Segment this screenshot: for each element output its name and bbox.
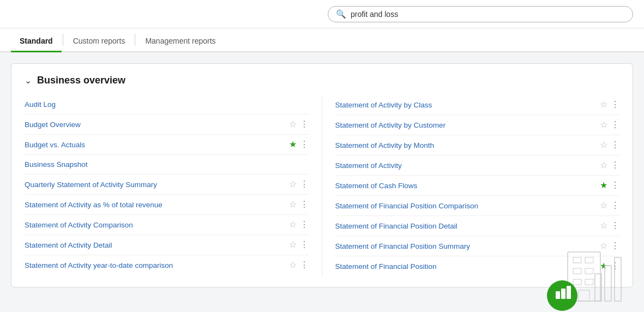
- report-actions: ☆⋮: [289, 200, 309, 209]
- section-title: Business overview: [37, 75, 125, 86]
- tab-custom-reports[interactable]: Custom reports: [64, 31, 134, 52]
- right-column: Statement of Activity by Class☆⋮Statemen…: [322, 95, 620, 276]
- star-icon[interactable]: ☆: [289, 241, 297, 249]
- report-item[interactable]: Statement of Financial Position Comparis…: [335, 196, 620, 216]
- report-item[interactable]: Statement of Activity by Customer☆⋮: [335, 115, 620, 135]
- report-item[interactable]: Statement of Activity Detail☆⋮: [25, 235, 309, 255]
- search-input[interactable]: [351, 10, 625, 19]
- tab-divider-1: [63, 34, 63, 46]
- report-name[interactable]: Statement of Activity year-to-date compa…: [25, 261, 285, 269]
- more-icon[interactable]: ⋮: [611, 181, 619, 190]
- report-item[interactable]: Statement of Financial Position Summary☆…: [335, 236, 620, 256]
- report-item[interactable]: Budget vs. Actuals★⋮: [25, 135, 309, 155]
- star-icon[interactable]: ★: [600, 181, 607, 190]
- report-item[interactable]: Statement of Financial Position★⋮: [335, 256, 620, 276]
- more-icon[interactable]: ⋮: [300, 241, 309, 249]
- report-actions: ★⋮: [600, 181, 619, 190]
- main-content: ⌄ Business overview Audit LogBudget Over…: [0, 52, 644, 298]
- report-name[interactable]: Statement of Activity by Class: [335, 101, 596, 109]
- star-icon[interactable]: ☆: [289, 220, 297, 229]
- report-name[interactable]: Statement of Financial Position Summary: [335, 242, 596, 250]
- report-name[interactable]: Statement of Financial Position: [335, 262, 596, 271]
- more-icon[interactable]: ⋮: [611, 221, 619, 230]
- report-name[interactable]: Statement of Financial Position Detail: [335, 222, 596, 230]
- report-item[interactable]: Statement of Activity year-to-date compa…: [25, 255, 309, 275]
- report-item[interactable]: Budget Overview☆⋮: [25, 115, 309, 135]
- report-name[interactable]: Quarterly Statement of Activity Summary: [25, 181, 285, 189]
- report-item[interactable]: Statement of Activity by Month☆⋮: [335, 135, 620, 155]
- report-item[interactable]: Statement of Activity by Class☆⋮: [335, 95, 620, 115]
- chevron-down-icon: ⌄: [25, 75, 32, 86]
- report-name[interactable]: Statement of Activity Comparison: [25, 221, 285, 229]
- report-name[interactable]: Statement of Cash Flows: [335, 182, 596, 190]
- tabs-bar: Standard Custom reports Management repor…: [0, 28, 644, 52]
- star-icon[interactable]: ☆: [600, 141, 607, 149]
- report-actions: ☆⋮: [600, 201, 619, 210]
- star-icon[interactable]: ☆: [289, 261, 297, 269]
- star-icon[interactable]: ★: [289, 140, 297, 149]
- more-icon[interactable]: ⋮: [611, 262, 619, 271]
- more-icon[interactable]: ⋮: [300, 180, 309, 189]
- star-icon[interactable]: ☆: [600, 221, 607, 230]
- report-actions: ☆⋮: [600, 121, 619, 129]
- report-actions: ☆⋮: [600, 161, 619, 170]
- report-actions: ☆⋮: [600, 100, 619, 109]
- more-icon[interactable]: ⋮: [300, 200, 309, 209]
- star-icon[interactable]: ☆: [600, 201, 607, 210]
- more-icon[interactable]: ⋮: [300, 120, 309, 129]
- star-icon[interactable]: ☆: [289, 180, 297, 189]
- report-item[interactable]: Statement of Cash Flows★⋮: [335, 176, 620, 196]
- report-name[interactable]: Statement of Activity by Month: [335, 141, 596, 149]
- report-name[interactable]: Statement of Financial Position Comparis…: [335, 202, 596, 210]
- more-icon[interactable]: ⋮: [611, 141, 619, 149]
- more-icon[interactable]: ⋮: [611, 121, 619, 129]
- star-icon[interactable]: ☆: [600, 100, 607, 109]
- report-item[interactable]: Statement of Activity Comparison☆⋮: [25, 215, 309, 235]
- report-name[interactable]: Budget Overview: [25, 121, 285, 129]
- more-icon[interactable]: ⋮: [300, 220, 309, 229]
- report-actions: ☆⋮: [289, 261, 309, 269]
- tab-management-reports[interactable]: Management reports: [136, 31, 224, 52]
- section-header[interactable]: ⌄ Business overview: [25, 75, 619, 86]
- report-actions: ☆⋮: [600, 242, 619, 250]
- section-card: ⌄ Business overview Audit LogBudget Over…: [11, 63, 633, 287]
- report-item[interactable]: Business Snapshot: [25, 155, 309, 175]
- report-name[interactable]: Statement of Activity: [335, 161, 596, 170]
- report-actions: ☆⋮: [289, 180, 309, 189]
- star-icon[interactable]: ☆: [289, 120, 297, 129]
- report-name[interactable]: Statement of Activity Detail: [25, 241, 285, 249]
- report-name[interactable]: Budget vs. Actuals: [25, 141, 285, 149]
- tab-divider-2: [135, 34, 135, 46]
- report-name[interactable]: Audit Log: [25, 100, 282, 109]
- report-actions: ☆⋮: [600, 221, 619, 230]
- more-icon[interactable]: ⋮: [611, 100, 619, 109]
- tab-standard[interactable]: Standard: [11, 31, 62, 52]
- more-icon[interactable]: ⋮: [611, 242, 619, 250]
- left-column: Audit LogBudget Overview☆⋮Budget vs. Act…: [25, 95, 322, 276]
- more-icon[interactable]: ⋮: [611, 201, 619, 210]
- search-icon: 🔍: [336, 9, 346, 19]
- search-container: 🔍: [328, 6, 633, 22]
- star-icon[interactable]: ☆: [289, 200, 297, 209]
- report-actions: ☆⋮: [600, 141, 619, 149]
- report-item[interactable]: Statement of Financial Position Detail☆⋮: [335, 216, 620, 236]
- report-actions: ★⋮: [600, 262, 619, 271]
- report-actions: ★⋮: [289, 140, 309, 149]
- report-actions: ☆⋮: [289, 220, 309, 229]
- report-item[interactable]: Statement of Activity as % of total reve…: [25, 195, 309, 215]
- star-icon[interactable]: ★: [600, 262, 607, 271]
- more-icon[interactable]: ⋮: [300, 261, 309, 269]
- report-item[interactable]: Statement of Activity☆⋮: [335, 155, 620, 176]
- star-icon[interactable]: ☆: [600, 121, 607, 129]
- reports-grid: Audit LogBudget Overview☆⋮Budget vs. Act…: [25, 95, 619, 276]
- report-name[interactable]: Statement of Activity as % of total reve…: [25, 201, 285, 209]
- report-name[interactable]: Statement of Activity by Customer: [335, 121, 596, 129]
- star-icon[interactable]: ☆: [600, 161, 607, 170]
- star-icon[interactable]: ☆: [600, 242, 607, 250]
- report-item[interactable]: Audit Log: [25, 95, 309, 115]
- report-name[interactable]: Business Snapshot: [25, 160, 282, 169]
- report-item[interactable]: Quarterly Statement of Activity Summary☆…: [25, 175, 309, 195]
- more-icon[interactable]: ⋮: [611, 161, 619, 170]
- report-actions: ☆⋮: [289, 120, 309, 129]
- more-icon[interactable]: ⋮: [300, 140, 309, 149]
